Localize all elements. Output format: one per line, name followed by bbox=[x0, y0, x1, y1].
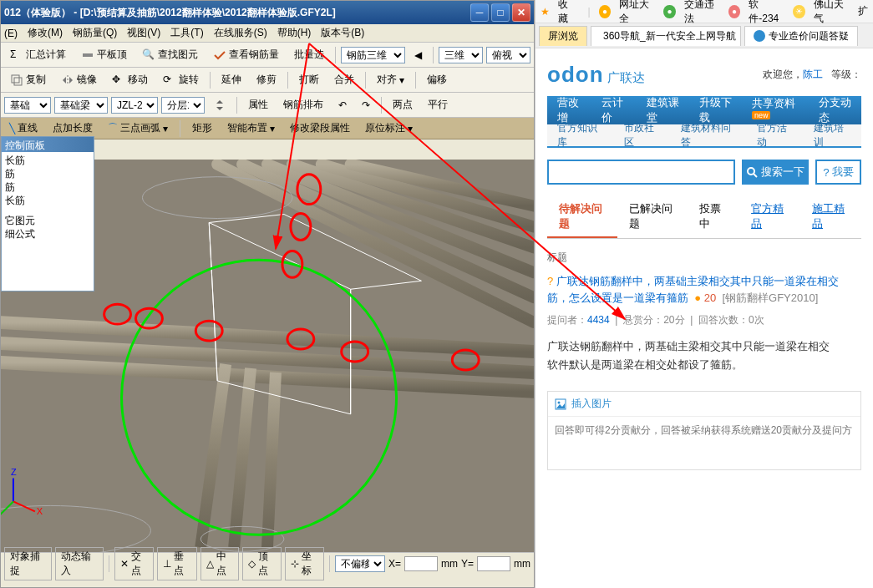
search-input[interactable] bbox=[547, 160, 735, 185]
dyn-input-button[interactable]: 动态输入 bbox=[55, 547, 103, 580]
insert-picture-button[interactable]: 插入图片 bbox=[548, 392, 860, 417]
rotate-button[interactable]: ⟳旋转 bbox=[157, 70, 205, 89]
split-button[interactable]: 打断 bbox=[293, 70, 325, 89]
subnav-item[interactable]: 官方活动 bbox=[747, 121, 804, 150]
mm-label: mm bbox=[441, 558, 458, 570]
snap-mid-button[interactable]: △ 中点 bbox=[200, 547, 240, 580]
align-button[interactable]: 对齐 ▾ bbox=[371, 70, 410, 89]
question-link[interactable]: 筋，怎么设置是一道梁有箍筋 bbox=[547, 291, 688, 304]
panel-item[interactable]: 长筋 bbox=[5, 194, 90, 207]
spinner-button[interactable] bbox=[208, 96, 231, 114]
menu-tools[interactable]: 工具(T) bbox=[170, 26, 203, 40]
origin-annotation-button[interactable]: 原位标注 ▾ bbox=[360, 119, 418, 137]
control-panel[interactable]: 控制面板 长筋 筋 筋 长筋 它图元 细公式 bbox=[1, 136, 94, 291]
edit-beam-button[interactable]: 修改梁段属性 bbox=[285, 119, 355, 137]
user-link[interactable]: 陈工 bbox=[803, 68, 823, 80]
copy-button[interactable]: 复制 bbox=[4, 70, 52, 89]
smart-place-button[interactable]: 智能布置 ▾ bbox=[222, 119, 280, 137]
menu-view[interactable]: 视图(V) bbox=[127, 26, 160, 40]
offset-button[interactable]: 偏移 bbox=[421, 70, 453, 89]
member-select[interactable]: JZL-2 bbox=[111, 97, 158, 114]
panel-item[interactable]: 长筋 bbox=[5, 154, 90, 167]
menu-modify[interactable]: 修改(M) bbox=[28, 26, 63, 40]
y-input[interactable] bbox=[477, 556, 510, 571]
move-button[interactable]: ✥移动 bbox=[106, 70, 154, 89]
browser-tab[interactable]: 专业造价问题答疑 bbox=[744, 26, 858, 46]
menu-edit[interactable]: (E) bbox=[4, 28, 18, 39]
menu-online[interactable]: 在线服务(S) bbox=[214, 26, 267, 40]
extend-button[interactable]: 延伸 bbox=[216, 70, 247, 89]
site-logo-cn: 广联达 bbox=[607, 70, 645, 86]
asker-link[interactable]: 4434 bbox=[587, 314, 610, 326]
fav-link-weather[interactable]: 佛山天气 bbox=[814, 0, 850, 26]
panel-item[interactable]: 筋 bbox=[5, 167, 90, 180]
type-select[interactable]: 基础梁 bbox=[54, 97, 108, 114]
menu-help[interactable]: 帮助(H) bbox=[277, 26, 312, 40]
osnap-button[interactable]: 对象捕捉 bbox=[4, 547, 52, 580]
attributes-button[interactable]: 属性 bbox=[242, 95, 274, 114]
fav-link-more[interactable]: 扩 bbox=[858, 4, 868, 18]
flat-top-button[interactable]: 平板顶 bbox=[75, 45, 133, 64]
snap-perpend-button[interactable]: ⊥ 垂点 bbox=[157, 547, 196, 580]
layer-select[interactable]: 分层1 bbox=[161, 97, 205, 114]
ask-button[interactable]: ?我要 bbox=[815, 160, 861, 185]
toolbar-1: Σ汇总计算 平板顶 🔍查找图元 查看钢筋量 批量选 钢筋三维 ◀ 三维 俯视 bbox=[1, 43, 534, 68]
menu-version[interactable]: 版本号(B) bbox=[321, 26, 364, 40]
redo-button[interactable]: ↷ bbox=[356, 97, 376, 114]
nav-prev-button[interactable]: ◀ bbox=[409, 47, 428, 63]
answer-textarea[interactable] bbox=[548, 417, 860, 467]
welcome-text: 欢迎您，陈工 等级： bbox=[763, 68, 861, 82]
find-shape-button[interactable]: 🔍查找图元 bbox=[136, 45, 204, 64]
question-icon: ? bbox=[547, 275, 553, 287]
fav-link-software[interactable]: 软件-234 bbox=[749, 0, 784, 26]
fav-label[interactable]: 收藏 bbox=[558, 0, 576, 26]
fav-link-traffic[interactable]: 交通违法 bbox=[684, 0, 720, 26]
panel-item[interactable]: 细公式 bbox=[5, 227, 90, 241]
search-button[interactable]: 搜索一下 bbox=[742, 160, 809, 185]
tab-construction[interactable]: 施工精品 bbox=[800, 196, 861, 238]
category-select[interactable]: 基础 bbox=[4, 97, 51, 114]
statusbar: 对象捕捉 动态输入 ✕ 交点 ⊥ 垂点 △ 中点 ◇ 顶点 ⊹ 坐标 不偏移 X… bbox=[1, 552, 534, 587]
fav-link-siteall[interactable]: 网址大全 bbox=[619, 0, 655, 26]
mirror-button[interactable]: 镜像 bbox=[55, 70, 103, 89]
undo-button[interactable]: ↶ bbox=[332, 97, 353, 114]
rebar-layout-button[interactable]: 钢筋排布 bbox=[277, 95, 329, 114]
tab-voting[interactable]: 投票中 bbox=[688, 196, 739, 238]
snap-peak-button[interactable]: ◇ 顶点 bbox=[242, 547, 282, 580]
question-link[interactable]: 广联达钢筋翻样中，两基础主梁相交其中只能一道梁在相交 bbox=[556, 275, 839, 287]
tab-solved[interactable]: 已解决问题 bbox=[617, 196, 688, 238]
arc-button[interactable]: ⌒ 三点画弧 ▾ bbox=[103, 119, 173, 137]
subnav-item[interactable]: 建筑材料问答 bbox=[671, 121, 747, 150]
check-rebar-button[interactable]: 查看钢筋量 bbox=[207, 45, 285, 64]
rebar-3d-select[interactable]: 钢筋三维 bbox=[341, 47, 405, 63]
subnav-item[interactable]: 建筑培训 bbox=[804, 121, 861, 150]
rect-button[interactable]: 矩形 bbox=[187, 119, 217, 137]
window-titlebar[interactable]: 012（体验版） - [D:\预结算及抽筋\2012翻样体验\2012翻样体验版… bbox=[1, 1, 534, 24]
maximize-button[interactable]: □ bbox=[491, 3, 510, 22]
close-button[interactable]: ✕ bbox=[512, 3, 530, 22]
batch-select-button[interactable]: 批量选 bbox=[288, 45, 330, 64]
merge-button[interactable]: 合并 bbox=[328, 70, 360, 89]
perspective-select[interactable]: 俯视 bbox=[486, 47, 530, 63]
offset-mode-select[interactable]: 不偏移 bbox=[335, 555, 385, 572]
two-point-button[interactable]: 两点 bbox=[387, 95, 419, 114]
subnav-item[interactable]: 市政社区 bbox=[614, 121, 672, 150]
panel-item[interactable]: 它图元 bbox=[5, 214, 90, 227]
tab-official[interactable]: 官方精品 bbox=[739, 196, 800, 238]
trim-button[interactable]: 修剪 bbox=[251, 70, 282, 89]
calc-button[interactable]: Σ汇总计算 bbox=[4, 45, 72, 64]
line-button[interactable]: ╲ 直线 bbox=[4, 119, 43, 137]
snap-intersect-button[interactable]: ✕ 交点 bbox=[114, 547, 154, 580]
browser-tab[interactable]: 360导航_新一代安全上网导航 bbox=[591, 26, 741, 46]
tab-pending[interactable]: 待解决问题 bbox=[547, 196, 617, 238]
browser-tab[interactable]: 屏浏览 bbox=[539, 26, 587, 46]
snap-coord-button[interactable]: ⊹ 坐标 bbox=[285, 547, 324, 580]
view-3d-select[interactable]: 三维 bbox=[439, 47, 483, 63]
parallel-button[interactable]: 平行 bbox=[422, 95, 454, 114]
x-input[interactable] bbox=[404, 556, 438, 571]
menu-rebar[interactable]: 钢筋量(Q) bbox=[73, 26, 117, 40]
add-length-button[interactable]: 点加长度 bbox=[48, 119, 98, 137]
panel-item[interactable]: 筋 bbox=[5, 180, 90, 194]
subnav-item[interactable]: 官方知识库 bbox=[547, 121, 614, 150]
minimize-button[interactable]: ─ bbox=[470, 3, 489, 22]
